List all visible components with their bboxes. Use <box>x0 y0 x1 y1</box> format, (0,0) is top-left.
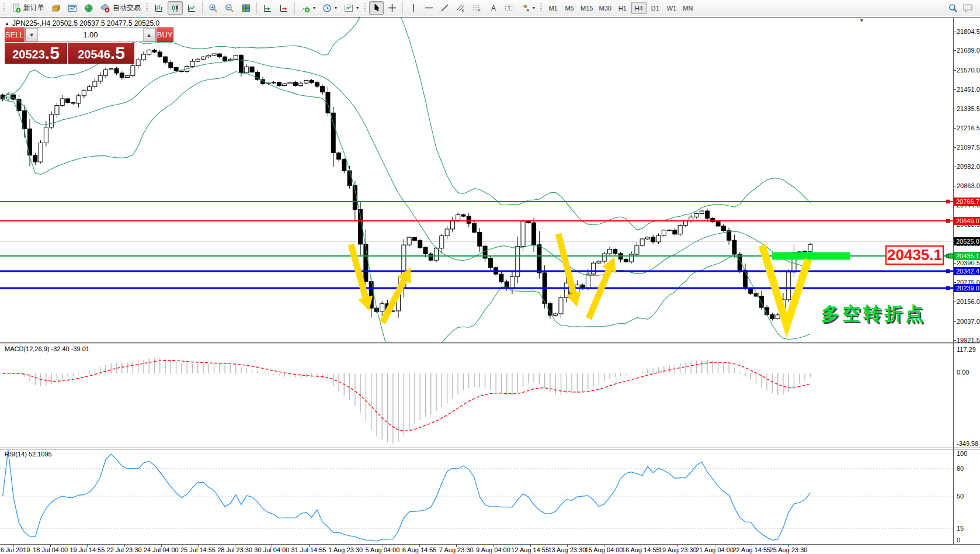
toolbar-grip <box>364 3 366 13</box>
templates-button[interactable]: ▾ <box>341 1 362 15</box>
timeframe-m30[interactable]: M30 <box>596 2 613 14</box>
candle-up <box>559 297 563 314</box>
candle-up <box>803 251 807 252</box>
autotrading-button[interactable]: 自动交易 <box>98 1 144 15</box>
candle-down <box>164 57 168 63</box>
fibonacci-button[interactable]: F <box>470 1 485 15</box>
candle-up <box>196 59 200 61</box>
dropdown-caret: ▾ <box>533 5 535 11</box>
candle-up <box>234 56 238 60</box>
line-handle[interactable] <box>946 219 950 223</box>
text-label-button[interactable]: T <box>502 1 517 15</box>
chart-shift-marker[interactable]: ▼ <box>859 18 864 23</box>
new-chart-button[interactable] <box>65 1 80 15</box>
arrows-button[interactable]: ▾ <box>518 1 538 15</box>
vertical-line-icon <box>409 4 418 12</box>
periods-button[interactable]: ▾ <box>319 1 340 15</box>
price-tick-mark <box>954 340 956 341</box>
yellow-arrow-shaft[interactable] <box>589 270 609 318</box>
price-tick-mark <box>954 147 956 148</box>
sell-price[interactable]: 20523 .5 <box>5 43 67 64</box>
price-badge: 20342.4 <box>954 267 980 275</box>
yellow-arrow-head[interactable] <box>358 295 373 311</box>
green-level-bar[interactable] <box>772 252 850 259</box>
green-line-handle[interactable] <box>948 254 953 258</box>
candle-up <box>608 250 612 254</box>
new-order-button[interactable]: 新订单 <box>9 1 47 15</box>
candlestick-chart-button[interactable] <box>168 1 183 15</box>
price-level-label-box[interactable]: 20435.1 <box>885 245 944 265</box>
collapse-panel-icon[interactable]: ▲ <box>5 21 9 26</box>
bar-chart-button[interactable] <box>151 1 166 15</box>
timeframe-d1[interactable]: D1 <box>648 2 663 14</box>
time-label: 22 Jul 23:30 <box>107 546 142 553</box>
candle-down <box>743 270 748 289</box>
main-chart-canvas[interactable] <box>0 17 954 343</box>
timeframe-w1[interactable]: W1 <box>664 2 679 14</box>
price-tick-label: 21216.5 <box>957 124 980 131</box>
chart-shift-icon <box>279 4 289 13</box>
zoom-in-button[interactable] <box>206 1 221 15</box>
crosshair-button[interactable] <box>385 1 399 15</box>
candle-up <box>635 245 639 254</box>
candle-down <box>749 289 753 293</box>
fibonacci-icon: F <box>472 4 482 12</box>
indicators-button[interactable]: ▾ <box>298 1 318 15</box>
profiles-button[interactable] <box>48 1 64 15</box>
navigator-button[interactable] <box>81 1 96 15</box>
horizontal-line-button[interactable] <box>422 1 436 15</box>
candle-down <box>158 52 162 57</box>
text-label-icon: T <box>505 4 514 12</box>
candle-up <box>82 91 86 96</box>
turning-point-text[interactable]: 多空转折点 <box>821 302 926 326</box>
price-badge: 20649.0 <box>954 217 980 225</box>
candle-up <box>283 84 287 85</box>
sell-button[interactable]: SELL <box>5 27 25 42</box>
volume-increase-button[interactable]: ▲ <box>143 28 155 41</box>
clock-icon <box>322 4 332 13</box>
buy-button[interactable]: BUY <box>157 27 173 42</box>
timeframe-m5[interactable]: M5 <box>562 2 577 14</box>
candle-up <box>516 247 520 277</box>
toolbar-grip <box>4 3 5 13</box>
line-chart-button[interactable] <box>184 1 199 15</box>
candle-up <box>597 261 601 263</box>
candle-down <box>152 50 157 52</box>
candle-down <box>321 86 325 92</box>
text-button[interactable]: A <box>486 1 501 15</box>
chart-shift-button[interactable] <box>276 1 291 15</box>
zoom-out-button[interactable] <box>222 1 237 15</box>
line-handle[interactable] <box>946 269 950 273</box>
timeframe-mn[interactable]: MN <box>680 2 696 14</box>
buy-price-int: 20546 <box>78 47 110 62</box>
time-label: 15 Aug 04:00 <box>585 546 623 553</box>
candle-up <box>662 230 666 236</box>
tile-windows-button[interactable] <box>238 1 253 15</box>
equidistant-channel-button[interactable]: E <box>453 1 468 15</box>
buy-price[interactable]: 20546 .5 <box>68 43 134 64</box>
chat-icon[interactable] <box>962 4 973 13</box>
search-icon[interactable] <box>948 4 958 13</box>
trendline-button[interactable] <box>437 1 452 15</box>
templates-icon <box>344 4 353 13</box>
line-handle[interactable] <box>946 200 950 203</box>
time-label: 13 Aug 23:30 <box>548 546 586 553</box>
yellow-arrow-shaft[interactable] <box>383 280 404 323</box>
timeframe-m1[interactable]: M1 <box>545 2 561 14</box>
timeframe-m15[interactable]: M15 <box>578 2 595 14</box>
cursor-button[interactable] <box>369 1 384 15</box>
candle-up <box>776 315 780 318</box>
candle-up <box>656 236 661 242</box>
arrow-objects-icon <box>521 4 530 12</box>
buy-price-pip: .5 <box>110 44 125 62</box>
vertical-line-button[interactable] <box>406 1 421 15</box>
volume-decrease-button[interactable]: ▼ <box>26 28 38 41</box>
line-handle[interactable] <box>946 286 950 290</box>
volume-input[interactable] <box>38 28 143 41</box>
auto-scroll-button[interactable] <box>260 1 275 15</box>
mt4-window: 新订单 <box>0 0 980 554</box>
timeframe-h1[interactable]: H1 <box>615 2 630 14</box>
candle-down <box>174 68 178 71</box>
timeframe-h4[interactable]: H4 <box>631 2 647 14</box>
price-tick-mark <box>954 263 956 264</box>
